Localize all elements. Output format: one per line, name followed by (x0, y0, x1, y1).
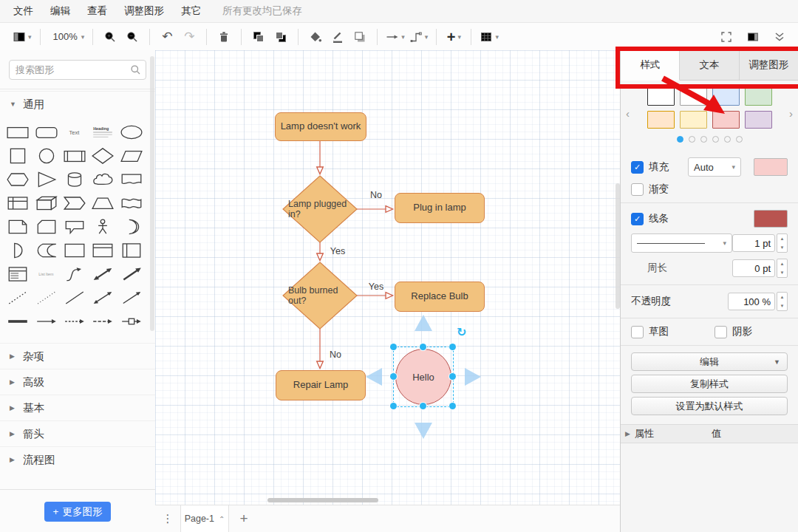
shape-ellipse[interactable] (118, 121, 145, 143)
page-tab[interactable]: Page-1 ⌃ (180, 505, 229, 532)
sketch-checkbox[interactable] (631, 326, 644, 338)
style-swatch-6[interactable] (712, 111, 740, 129)
pager-dot-5[interactable] (736, 136, 743, 143)
shape-vertical-container[interactable] (118, 239, 145, 262)
shape-cloud[interactable] (89, 168, 116, 191)
selection-handle-nw[interactable] (390, 344, 397, 350)
menu-file[interactable]: 文件 (10, 3, 36, 19)
search-input[interactable] (9, 60, 146, 80)
section-arrows[interactable]: ▶ 箭头 (0, 420, 155, 446)
zoom-out-button[interactable] (123, 27, 141, 47)
view-panels-button[interactable]: ▾ (13, 27, 32, 47)
edge-label-yes[interactable]: Yes (330, 246, 345, 256)
fill-color-button[interactable] (307, 27, 324, 47)
node-label-decision2[interactable]: Bulb burned out? (288, 285, 352, 306)
to-front-button[interactable] (250, 27, 267, 47)
section-basic[interactable]: ▶ 基本 (0, 395, 155, 420)
line-style-select[interactable]: ▾ (631, 233, 732, 253)
menu-extras[interactable]: 其它 (178, 3, 204, 19)
zoom-level-button[interactable]: 100% ▾ (49, 27, 85, 47)
pager-dot-4[interactable] (724, 136, 731, 143)
menu-view[interactable]: 查看 (84, 3, 110, 19)
node-label-decision1[interactable]: Lamp plugged in? (288, 199, 352, 219)
collapse-toolbar-button[interactable] (771, 27, 788, 47)
edge-label-no[interactable]: No (370, 190, 382, 200)
shape-note[interactable] (4, 216, 31, 238)
shape-diamond[interactable] (89, 145, 116, 167)
shadow-button[interactable] (351, 27, 369, 47)
shape-card[interactable] (33, 216, 59, 238)
node-replace-bulb[interactable]: Replace Bulb (395, 282, 485, 312)
shape-step[interactable] (61, 192, 88, 214)
edge-label-no-2[interactable]: No (330, 349, 341, 360)
format-panel-toggle-button[interactable] (744, 27, 762, 47)
shape-hexagon[interactable] (4, 168, 31, 191)
diagram-canvas[interactable]: Lamp doesn't work Lamp plugged in? Plug … (155, 50, 621, 505)
node-lamp-doesnt-work[interactable]: Lamp doesn't work (275, 112, 366, 141)
canvas-horizontal-scrollbar[interactable] (267, 498, 378, 502)
shape-arrow-with-box[interactable] (118, 310, 145, 332)
shape-bidirectional-arrow[interactable] (89, 263, 116, 285)
selection-handle-e[interactable] (449, 373, 456, 380)
connection-button[interactable]: ▾ (386, 27, 405, 47)
menu-edit[interactable]: 编辑 (47, 3, 73, 19)
line-width-input[interactable]: 1 pt (732, 234, 775, 252)
shape-actor[interactable] (89, 216, 116, 238)
perimeter-input[interactable]: 0 pt (732, 259, 775, 277)
style-swatch-0[interactable] (647, 88, 675, 106)
edit-style-button[interactable]: 编辑 ▼ (631, 352, 788, 371)
shape-dashed-arrow-2[interactable] (89, 310, 116, 332)
edge-label-yes-2[interactable]: Yes (369, 282, 383, 292)
tab-style[interactable]: 样式 (621, 50, 680, 81)
shape-callout[interactable] (61, 216, 88, 238)
selection-handle-n[interactable] (420, 344, 426, 350)
copy-style-button[interactable]: 复制样式 (631, 375, 788, 393)
section-advanced[interactable]: ▶ 高级 (0, 369, 155, 395)
shape-bidirectional-connector[interactable] (89, 287, 116, 309)
tab-arrange[interactable]: 调整图形 (740, 50, 798, 80)
shape-trapezoid[interactable] (89, 192, 116, 214)
style-swatch-5[interactable] (680, 111, 707, 129)
more-shapes-button[interactable]: + 更多图形 (44, 502, 111, 522)
node-plug-in-lamp[interactable]: Plug in lamp (395, 193, 485, 223)
set-default-style-button[interactable]: 设置为默认样式 (631, 397, 788, 415)
swatch-next-icon[interactable]: › (789, 107, 793, 120)
to-back-button[interactable] (272, 27, 290, 47)
shape-internal-storage[interactable] (4, 192, 31, 214)
shape-and[interactable] (4, 239, 31, 262)
shape-data-storage[interactable] (33, 239, 59, 262)
section-misc[interactable]: ▶ 杂项 (0, 343, 155, 369)
line-color-button[interactable] (329, 27, 347, 47)
node-repair-lamp[interactable]: Repair Lamp (276, 370, 366, 400)
section-flowchart[interactable]: ▶ 流程图 (0, 446, 155, 472)
shape-container-title[interactable] (89, 239, 116, 262)
section-general[interactable]: ▼ 通用 (0, 91, 155, 117)
shape-dotted-line[interactable] (33, 287, 59, 309)
shape-line[interactable] (61, 287, 88, 309)
shape-link[interactable] (4, 310, 31, 332)
style-swatch-2[interactable] (712, 88, 740, 106)
shape-tape[interactable] (118, 192, 145, 214)
selection-handle-se[interactable] (449, 403, 456, 409)
style-swatch-4[interactable] (647, 111, 675, 129)
sidebar-scrollbar[interactable] (150, 56, 154, 331)
waypoints-button[interactable]: ▾ (409, 27, 429, 47)
fill-mode-select[interactable]: Auto ▾ (688, 157, 741, 177)
pager-dot-0[interactable] (677, 136, 683, 143)
fill-checkbox[interactable] (631, 161, 644, 174)
style-swatch-1[interactable] (680, 88, 707, 106)
selection-handle-ne[interactable] (449, 344, 456, 350)
shadow-checkbox[interactable] (715, 326, 727, 338)
pager-dot-3[interactable] (712, 136, 719, 143)
delete-button[interactable] (215, 27, 233, 47)
shape-circle[interactable] (33, 145, 59, 167)
shape-arrow[interactable] (33, 310, 59, 332)
shape-container[interactable] (61, 239, 88, 262)
shape-rectangle[interactable] (4, 121, 31, 143)
opacity-input[interactable]: 100 % (728, 293, 775, 310)
pages-menu-icon[interactable]: ⋮ (155, 505, 180, 532)
shape-list-item[interactable]: List Item (33, 263, 59, 285)
swatch-prev-icon[interactable]: ‹ (626, 107, 630, 120)
properties-header[interactable]: ▶ 属性 值 (621, 424, 798, 443)
shape-rounded-rectangle[interactable] (33, 121, 59, 143)
